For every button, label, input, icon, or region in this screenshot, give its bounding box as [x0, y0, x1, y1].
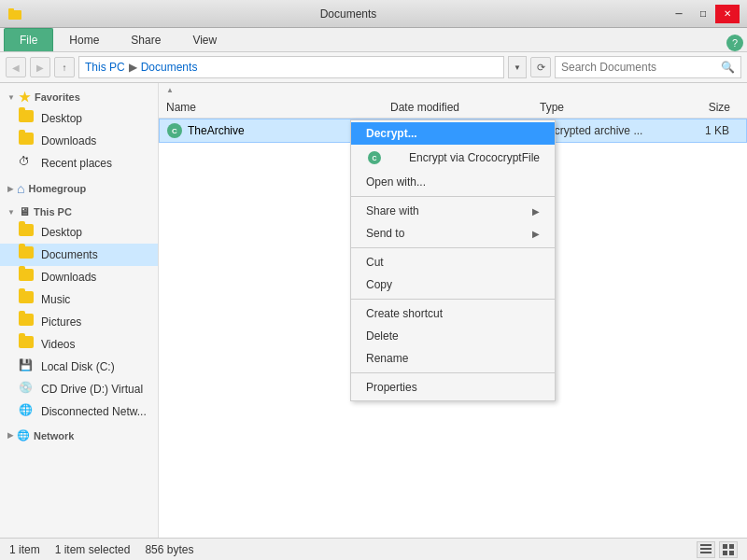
ctx-cut-label: Cut	[366, 256, 384, 269]
sidebar-item-cddrive-label: CD Drive (D:) Virtual	[41, 383, 143, 396]
ctx-copy[interactable]: Copy	[351, 273, 555, 296]
status-view-controls	[697, 541, 738, 558]
maximize-button[interactable]: □	[691, 5, 715, 23]
svg-rect-2	[700, 544, 712, 546]
ctx-createshortcut[interactable]: Create shortcut	[351, 302, 555, 325]
header-date[interactable]: Date modified	[390, 101, 540, 114]
ctx-properties-label: Properties	[366, 381, 417, 394]
breadcrumb-bar[interactable]: This PC ▶ Documents	[78, 56, 504, 78]
recentplaces-icon: ⏱	[19, 155, 35, 172]
videos-icon	[19, 336, 35, 353]
ribbon: File Home Share View ?	[0, 28, 747, 52]
header-name[interactable]: Name	[166, 101, 390, 114]
ctx-sep-2	[351, 247, 555, 248]
thispc-header[interactable]: ▼ 🖥 This PC	[0, 203, 158, 221]
sidebar-item-pictures[interactable]: Pictures	[0, 311, 158, 333]
thispc-icon: 🖥	[19, 205, 30, 218]
croco-icon: C	[167, 123, 182, 138]
downloads-icon	[19, 269, 35, 286]
breadcrumb-dropdown[interactable]: ▼	[508, 56, 527, 78]
svg-rect-8	[729, 551, 734, 555]
sidebar-item-downloads-label: Downloads	[41, 271, 96, 284]
favorites-section: ▼ ★ Favorites Desktop Downloads ⏱ Recent…	[0, 87, 158, 175]
sidebar-item-network-drive[interactable]: 🌐 Disconnected Netw...	[0, 400, 158, 423]
svg-rect-7	[723, 551, 727, 555]
thispc-label: This PC	[34, 206, 72, 217]
sidebar-item-videos[interactable]: Videos	[0, 333, 158, 356]
sidebar-item-localdisk-label: Local Disk (C:)	[41, 360, 115, 373]
title-bar-icons	[7, 7, 22, 21]
network-section: ▶ 🌐 Network	[0, 427, 158, 444]
sidebar-item-localdisk[interactable]: 💾 Local Disk (C:)	[0, 356, 158, 378]
svg-rect-6	[729, 544, 734, 549]
sidebar-item-cddrive[interactable]: 💿 CD Drive (D:) Virtual	[0, 378, 158, 400]
refresh-button[interactable]: ⟳	[530, 57, 551, 77]
svg-rect-3	[700, 548, 712, 550]
ctx-encrypt[interactable]: C Encrypt via CrococryptFile	[351, 145, 555, 171]
network-header[interactable]: ▶ 🌐 Network	[0, 427, 158, 444]
window-title: Documents	[30, 7, 667, 21]
sidebar-item-videos-label: Videos	[41, 338, 75, 351]
sidebar: ▼ ★ Favorites Desktop Downloads ⏱ Recent…	[0, 83, 159, 540]
ctx-delete[interactable]: Delete	[351, 325, 555, 347]
app-icon	[7, 7, 22, 21]
sidebar-item-downloads[interactable]: Downloads	[0, 266, 158, 288]
svg-rect-1	[8, 8, 14, 12]
downloads-fav-icon	[19, 133, 35, 149]
ctx-rename[interactable]: Rename	[351, 347, 555, 370]
sidebar-item-downloads-fav[interactable]: Downloads	[0, 130, 158, 152]
favorites-header[interactable]: ▼ ★ Favorites	[0, 87, 158, 107]
file-list-header: Name Date modified Type Size	[159, 96, 747, 119]
breadcrumb-documents[interactable]: Documents	[141, 61, 198, 74]
sidebar-item-desktop-fav[interactable]: Desktop	[0, 107, 158, 130]
tab-home[interactable]: Home	[53, 28, 115, 51]
sidebar-item-network-drive-label: Disconnected Netw...	[41, 405, 147, 418]
sidebar-item-documents[interactable]: Documents	[0, 244, 158, 266]
ctx-sendto[interactable]: Send to	[351, 222, 555, 245]
breadcrumb-sep-1: ▶	[129, 61, 137, 74]
status-selected: 1 item selected	[55, 543, 131, 556]
status-count: 1 item	[9, 543, 40, 556]
sidebar-item-pictures-label: Pictures	[41, 315, 81, 329]
thispc-section: ▼ 🖥 This PC Desktop Documents Downloads …	[0, 203, 158, 423]
ctx-properties[interactable]: Properties	[351, 376, 555, 399]
ctx-openwith[interactable]: Open with...	[351, 171, 555, 193]
pictures-icon	[19, 314, 35, 330]
forward-button[interactable]: ▶	[30, 57, 50, 77]
up-button[interactable]: ↑	[54, 57, 75, 77]
ctx-cut[interactable]: Cut	[351, 251, 555, 273]
header-size[interactable]: Size	[689, 101, 740, 114]
ctx-sendto-label: Send to	[366, 227, 404, 240]
ctx-sharewith[interactable]: Share with	[351, 200, 555, 222]
view-details-button[interactable]	[697, 541, 715, 558]
sidebar-item-desktop[interactable]: Desktop	[0, 221, 158, 244]
ctx-decrypt[interactable]: Decrypt...	[351, 122, 555, 145]
back-button[interactable]: ◀	[6, 57, 26, 77]
close-button[interactable]: ✕	[715, 5, 740, 23]
title-bar: Documents ─ □ ✕	[0, 0, 747, 28]
sidebar-item-desktop-fav-label: Desktop	[41, 112, 82, 125]
sidebar-item-desktop-label: Desktop	[41, 226, 82, 239]
search-input[interactable]	[561, 61, 717, 74]
sidebar-item-music[interactable]: Music	[0, 288, 158, 311]
favorites-label: Favorites	[35, 91, 80, 103]
header-type[interactable]: Type	[540, 101, 689, 114]
homegroup-arrow: ▶	[7, 185, 13, 193]
status-size: 856 bytes	[145, 543, 193, 556]
svg-rect-4	[700, 552, 712, 553]
status-bar: 1 item 1 item selected 856 bytes	[0, 538, 747, 560]
minimize-button[interactable]: ─	[667, 5, 691, 23]
tab-view[interactable]: View	[176, 28, 233, 51]
view-large-icons-button[interactable]	[719, 541, 738, 558]
network-icon: 🌐	[17, 429, 30, 441]
homegroup-header[interactable]: ▶ ⌂ Homegroup	[0, 178, 158, 199]
tab-share[interactable]: Share	[115, 28, 176, 51]
cddrive-icon: 💿	[19, 381, 35, 398]
help-button[interactable]: ?	[726, 35, 743, 51]
tab-file[interactable]: File	[4, 28, 53, 51]
favorites-arrow: ▼	[7, 93, 15, 102]
sidebar-item-recentplaces[interactable]: ⏱ Recent places	[0, 152, 158, 175]
ctx-rename-label: Rename	[366, 352, 408, 365]
breadcrumb-thispc[interactable]: This PC	[85, 61, 125, 74]
ctx-decrypt-label: Decrypt...	[366, 127, 417, 140]
